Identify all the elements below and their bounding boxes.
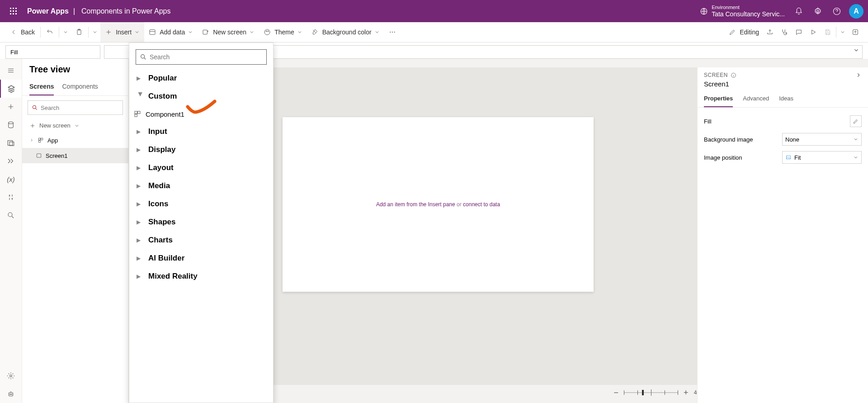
dd-category-mixed-reality[interactable]: ▶Mixed Reality [132,267,270,285]
dd-category-charts[interactable]: ▶Charts [132,231,270,249]
avatar[interactable]: A [849,4,863,19]
design-canvas[interactable]: Add an item from the Insert pane or conn… [283,117,594,292]
theme-button[interactable]: Theme [259,22,307,42]
save-icon [824,28,831,36]
svg-point-10 [817,10,819,12]
tab-ideas[interactable]: Ideas [779,91,793,107]
add-data-button[interactable]: Add data [144,22,198,42]
dd-category-media[interactable]: ▶Media [132,177,270,195]
img-pos-dropdown[interactable]: Fit [782,151,862,164]
tree-item-screen1[interactable]: Screen1 [22,148,128,163]
share-icon [766,28,774,36]
dd-category-display[interactable]: ▶Display [132,141,270,159]
dd-item-component1[interactable]: Component1 [132,105,270,123]
media-rail-button[interactable] [0,134,22,152]
chevron-right-icon [855,72,862,78]
back-label: Back [21,28,35,36]
search-icon [140,53,147,61]
property-selector[interactable]: Fill [5,45,100,59]
screen-type-label: SCREEN [704,72,728,78]
fill-color-picker[interactable] [850,115,862,127]
bg-image-dropdown[interactable]: None [782,133,862,146]
new-screen-button[interactable]: New screen [198,22,259,42]
settings-button[interactable] [808,2,827,20]
hamburger-icon [7,66,15,75]
tab-advanced[interactable]: Advanced [743,91,769,107]
component-icon [134,110,142,118]
help-button[interactable] [827,2,846,20]
bg-color-label: Background color [322,28,372,36]
tree-search[interactable] [28,100,123,115]
gear-icon [7,372,15,380]
tree-view-button[interactable] [0,80,22,98]
app-launcher-icon[interactable] [5,2,23,20]
insert-search-input[interactable] [150,53,263,61]
zoom-slider[interactable] [624,392,678,393]
app-icon [38,137,45,143]
settings-rail-button[interactable] [0,367,22,385]
svg-rect-3 [10,10,11,12]
bg-color-button[interactable]: Background color [307,22,384,42]
tab-screens[interactable]: Screens [29,79,54,95]
search-rail-button[interactable] [0,206,22,224]
environment-picker[interactable]: Environment Tata Consultancy Servic... [700,5,785,18]
overflow-button[interactable] [384,22,401,42]
new-screen-row[interactable]: New screen [22,119,128,132]
chevron-right-icon[interactable] [29,138,36,142]
app-name[interactable]: Power Apps [25,7,69,15]
chevron-down-icon [92,29,98,35]
hamburger-button[interactable] [0,62,22,80]
chevron-right-icon: ▶ [137,183,145,189]
selected-screen-name: Screen1 [698,78,868,91]
panel-collapse-button[interactable] [855,72,862,78]
comments-button[interactable] [792,22,806,42]
notifications-button[interactable] [789,2,808,20]
dd-category-layout[interactable]: ▶Layout [132,159,270,177]
tab-properties[interactable]: Properties [704,91,733,107]
dd-category-input[interactable]: ▶Input [132,123,270,141]
ask-virtual-agent-button[interactable] [0,385,22,403]
insert-button[interactable]: Insert [100,22,144,42]
formula-expand-button[interactable] [853,47,859,53]
app-checker-button[interactable] [777,22,792,42]
dd-category-ai-builder[interactable]: ▶AI Builder [132,249,270,267]
stethoscope-icon [781,28,788,36]
screen-icon [36,152,43,159]
insert-rail-button[interactable] [0,98,22,116]
comment-icon [795,28,802,36]
chevron-down-icon [74,123,80,128]
share-button[interactable] [763,22,777,42]
plus-icon [105,28,112,36]
chevron-right-icon: ▶ [137,219,145,225]
gear-icon [814,7,822,15]
editing-mode-button[interactable]: Editing [725,22,763,42]
dd-category-popular[interactable]: ▶Popular [132,69,270,87]
tab-components[interactable]: Components [62,79,98,95]
dd-category-icons[interactable]: ▶Icons [132,195,270,213]
dd-category-custom[interactable]: ▶Custom [132,87,270,105]
preview-button[interactable] [806,22,821,42]
svg-point-27 [10,375,12,377]
undo-button[interactable] [42,22,58,42]
tree-item-app[interactable]: App [22,133,128,148]
undo-split-chevron[interactable] [60,22,71,42]
data-rail-button[interactable] [0,116,22,134]
zoom-in-button[interactable]: + [684,388,689,398]
back-button[interactable]: Back [5,22,39,42]
power-automate-rail-button[interactable] [0,152,22,170]
paste-split-chevron[interactable] [90,22,100,42]
dd-category-shapes[interactable]: ▶Shapes [132,213,270,231]
save-split-chevron[interactable] [837,22,848,42]
publish-button[interactable] [848,22,863,42]
chevron-down-icon [374,29,380,35]
zoom-out-button[interactable]: − [614,388,619,398]
info-icon[interactable] [731,72,736,78]
tree-search-input[interactable] [41,104,119,111]
variables-rail-button[interactable]: (x) [0,170,22,188]
doc-title[interactable]: Components in Power Apps [80,7,170,15]
save-button[interactable] [821,22,835,42]
paste-button[interactable] [71,22,87,42]
svg-point-23 [9,122,14,124]
insert-search[interactable] [136,49,267,65]
tools-rail-button[interactable] [0,188,22,206]
